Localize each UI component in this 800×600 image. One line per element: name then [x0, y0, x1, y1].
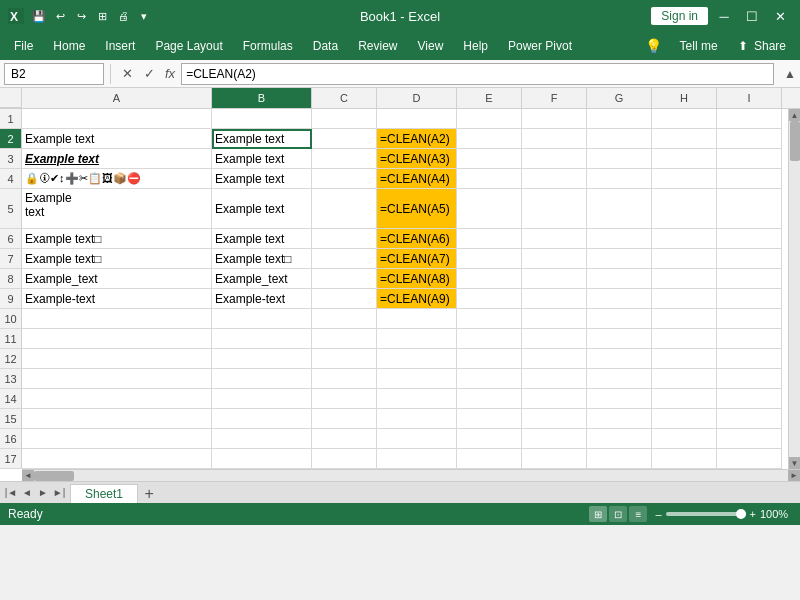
tab-first-button[interactable]: |◄ [4, 487, 18, 498]
row-header-9[interactable]: 9 [0, 289, 21, 309]
cell-E15[interactable] [457, 409, 522, 429]
cell-I14[interactable] [717, 389, 782, 409]
menu-insert[interactable]: Insert [95, 35, 145, 57]
cell-B13[interactable] [212, 369, 312, 389]
cell-I15[interactable] [717, 409, 782, 429]
cell-H17[interactable] [652, 449, 717, 469]
cell-B16[interactable] [212, 429, 312, 449]
col-header-I[interactable]: I [717, 88, 782, 108]
add-sheet-button[interactable]: + [138, 485, 160, 503]
cell-C9[interactable] [312, 289, 377, 309]
page-layout-view-button[interactable]: ⊡ [609, 506, 627, 522]
cell-B9[interactable]: Example-text [212, 289, 312, 309]
normal-view-button[interactable]: ⊞ [589, 506, 607, 522]
cell-E3[interactable] [457, 149, 522, 169]
cell-C11[interactable] [312, 329, 377, 349]
cell-G17[interactable] [587, 449, 652, 469]
cell-H7[interactable] [652, 249, 717, 269]
cell-G9[interactable] [587, 289, 652, 309]
cell-A4[interactable]: 🔒🛈✔↕➕✂📋🖼📦⛔ [22, 169, 212, 189]
cell-I11[interactable] [717, 329, 782, 349]
cell-F7[interactable] [522, 249, 587, 269]
row-header-16[interactable]: 16 [0, 429, 21, 449]
redo-icon[interactable]: ↪ [72, 7, 90, 25]
cell-D11[interactable] [377, 329, 457, 349]
cell-D12[interactable] [377, 349, 457, 369]
cell-H11[interactable] [652, 329, 717, 349]
cell-G4[interactable] [587, 169, 652, 189]
cell-H10[interactable] [652, 309, 717, 329]
cell-F2[interactable] [522, 129, 587, 149]
cell-A11[interactable] [22, 329, 212, 349]
col-header-A[interactable]: A [22, 88, 212, 108]
name-box[interactable]: B2 [4, 63, 104, 85]
row-header-17[interactable]: 17 [0, 449, 21, 469]
cell-F9[interactable] [522, 289, 587, 309]
col-header-G[interactable]: G [587, 88, 652, 108]
row-header-10[interactable]: 10 [0, 309, 21, 329]
cell-C2[interactable] [312, 129, 377, 149]
cell-H5[interactable] [652, 189, 717, 229]
cell-F17[interactable] [522, 449, 587, 469]
formula-expand-icon[interactable]: ▲ [776, 67, 796, 81]
cell-H6[interactable] [652, 229, 717, 249]
cell-B11[interactable] [212, 329, 312, 349]
cell-B2[interactable]: Example text [212, 129, 312, 149]
cell-D3[interactable]: =CLEAN(A3) [377, 149, 457, 169]
row-header-8[interactable]: 8 [0, 269, 21, 289]
cell-B15[interactable] [212, 409, 312, 429]
cell-I7[interactable] [717, 249, 782, 269]
formula-input[interactable] [181, 63, 774, 85]
cell-F6[interactable] [522, 229, 587, 249]
cell-D15[interactable] [377, 409, 457, 429]
cell-C10[interactable] [312, 309, 377, 329]
cell-I1[interactable] [717, 109, 782, 129]
col-header-F[interactable]: F [522, 88, 587, 108]
cell-C7[interactable] [312, 249, 377, 269]
cell-G6[interactable] [587, 229, 652, 249]
cell-F1[interactable] [522, 109, 587, 129]
cell-B3[interactable]: Example text [212, 149, 312, 169]
cell-E12[interactable] [457, 349, 522, 369]
col-header-C[interactable]: C [312, 88, 377, 108]
sheet-tab-sheet1[interactable]: Sheet1 [70, 484, 138, 503]
cell-G14[interactable] [587, 389, 652, 409]
cell-D5[interactable]: =CLEAN(A5) [377, 189, 457, 229]
cell-A8[interactable]: Example_text [22, 269, 212, 289]
col-header-B[interactable]: B [212, 88, 312, 108]
cell-D10[interactable] [377, 309, 457, 329]
row-header-5[interactable]: 5 [0, 189, 21, 229]
cell-B12[interactable] [212, 349, 312, 369]
cell-B14[interactable] [212, 389, 312, 409]
scroll-down-button[interactable]: ▼ [789, 457, 801, 469]
confirm-formula-button[interactable]: ✓ [139, 64, 159, 84]
cell-I16[interactable] [717, 429, 782, 449]
menu-review[interactable]: Review [348, 35, 407, 57]
zoom-in-button[interactable]: + [750, 508, 756, 520]
cell-A15[interactable] [22, 409, 212, 429]
cell-I4[interactable] [717, 169, 782, 189]
cell-E13[interactable] [457, 369, 522, 389]
col-header-E[interactable]: E [457, 88, 522, 108]
cell-B8[interactable]: Example_text [212, 269, 312, 289]
cell-H16[interactable] [652, 429, 717, 449]
cell-G13[interactable] [587, 369, 652, 389]
cell-H12[interactable] [652, 349, 717, 369]
cell-I10[interactable] [717, 309, 782, 329]
col-header-D[interactable]: D [377, 88, 457, 108]
menu-data[interactable]: Data [303, 35, 348, 57]
h-scroll-thumb[interactable] [34, 471, 74, 481]
cell-A2[interactable]: Example text [22, 129, 212, 149]
cell-F16[interactable] [522, 429, 587, 449]
cell-E11[interactable] [457, 329, 522, 349]
cell-B4[interactable]: Example text [212, 169, 312, 189]
undo-icon[interactable]: ↩ [51, 7, 69, 25]
cell-A1[interactable] [22, 109, 212, 129]
row-header-7[interactable]: 7 [0, 249, 21, 269]
cell-C6[interactable] [312, 229, 377, 249]
row-header-12[interactable]: 12 [0, 349, 21, 369]
cell-G7[interactable] [587, 249, 652, 269]
row-header-13[interactable]: 13 [0, 369, 21, 389]
cell-G16[interactable] [587, 429, 652, 449]
tab-last-button[interactable]: ►| [52, 487, 66, 498]
